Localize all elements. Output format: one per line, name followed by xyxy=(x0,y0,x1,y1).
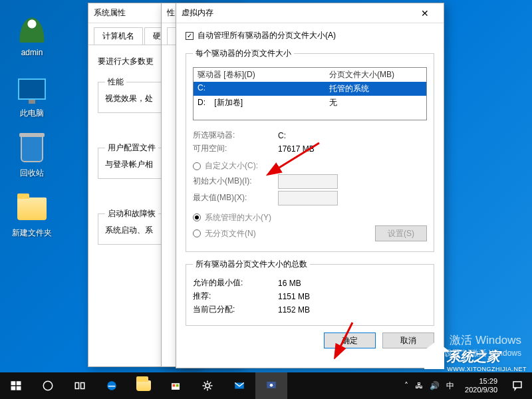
desktop-icon-admin[interactable]: admin xyxy=(7,13,57,57)
notification-icon xyxy=(511,380,523,392)
radio-label: 自定义大小(C): xyxy=(205,160,258,172)
max-size-input[interactable] xyxy=(278,191,338,205)
svg-point-13 xyxy=(205,384,209,388)
free-space-label: 可用空间: xyxy=(193,143,273,154)
radio-dot-icon xyxy=(193,213,201,221)
col-drive: 驱动器 [卷标](D) xyxy=(198,69,329,80)
close-button[interactable]: ✕ xyxy=(412,8,438,19)
task-view-button[interactable] xyxy=(64,372,96,399)
drive-row-c[interactable]: C: 托管的系统 xyxy=(194,82,426,96)
rec-value: 1151 MB xyxy=(278,292,310,301)
tray-ime-icon[interactable]: 中 xyxy=(446,380,454,392)
desktop-icon-this-pc[interactable]: 此电脑 xyxy=(7,73,57,119)
checkbox-label: 自动管理所有驱动器的分页文件大小(A) xyxy=(198,30,336,41)
group-legend: 所有驱动器分页文件大小的总数 xyxy=(193,259,310,270)
ok-button[interactable]: 确定 xyxy=(324,332,376,348)
titlebar[interactable]: 虚拟内存 ✕ xyxy=(176,3,444,23)
max-size-label: 最大值(MB)(X): xyxy=(193,192,273,203)
user-icon xyxy=(19,16,45,43)
group-legend: 每个驱动器的分页文件大小 xyxy=(193,48,294,59)
group-totals: 所有驱动器分页文件大小的总数 允许的最小值:16 MB 推荐:1151 MB 当… xyxy=(186,259,434,326)
radio-label: 无分页文件(N) xyxy=(205,228,256,239)
selected-drive-value: C: xyxy=(278,131,286,140)
check-icon: ✓ xyxy=(186,32,194,40)
svg-rect-5 xyxy=(17,386,21,390)
col-pagefile: 分页文件大小(MB) xyxy=(329,69,422,80)
house-icon xyxy=(424,352,444,369)
icon-label: admin xyxy=(21,48,43,57)
radio-dot-icon xyxy=(193,229,201,237)
drive-row-d[interactable]: D: [新加卷] 无 xyxy=(194,96,426,110)
mail-icon xyxy=(233,380,245,392)
radio-dot-icon xyxy=(193,162,201,170)
desktop-icon-recycle-bin[interactable]: 回收站 xyxy=(7,133,57,179)
pc-icon xyxy=(18,78,46,100)
svg-point-16 xyxy=(270,384,273,387)
initial-size-input[interactable] xyxy=(278,174,338,189)
windows-icon xyxy=(10,380,22,392)
selected-drive-label: 所选驱动器: xyxy=(193,130,273,141)
tab-computer-name[interactable]: 计算机名 xyxy=(94,27,143,45)
set-button[interactable]: 设置(S) xyxy=(375,225,427,241)
taskbar-settings[interactable] xyxy=(192,372,223,399)
svg-rect-2 xyxy=(11,381,16,385)
tray-volume-icon[interactable]: 🔊 xyxy=(430,381,440,390)
initial-size-label: 初始大小(MB)(I): xyxy=(193,176,273,187)
taskbar-store[interactable] xyxy=(160,372,192,399)
rec-label: 推荐: xyxy=(193,291,273,302)
group-legend: 用户配置文件 xyxy=(105,142,158,154)
gear-icon xyxy=(201,380,213,392)
icon-label: 此电脑 xyxy=(20,108,44,118)
cur-value: 1152 MB xyxy=(278,305,310,315)
circle-icon xyxy=(42,380,54,392)
group-legend: 启动和故障恢 xyxy=(105,208,158,219)
system-tray[interactable]: ˄ 🖧 🔊 中 xyxy=(399,380,460,392)
taskbar-mail[interactable] xyxy=(223,372,255,399)
taskbar-explorer[interactable] xyxy=(128,372,160,399)
edge-icon xyxy=(106,380,118,392)
bin-icon xyxy=(21,136,43,162)
taskbar[interactable]: ˄ 🖧 🔊 中 15:29 2020/9/30 xyxy=(0,372,532,399)
radio-no-paging[interactable]: 无分页文件(N) xyxy=(193,228,256,239)
icon-label: 新建文件夹 xyxy=(12,228,52,237)
taskview-icon xyxy=(74,380,86,392)
store-icon xyxy=(170,380,182,392)
window-title: 虚拟内存 xyxy=(182,7,412,19)
checkbox-auto-manage[interactable]: ✓ 自动管理所有驱动器的分页文件大小(A) xyxy=(186,30,336,41)
taskbar-clock[interactable]: 15:29 2020/9/30 xyxy=(460,377,503,394)
clock-time: 15:29 xyxy=(465,377,497,386)
action-center-button[interactable] xyxy=(503,372,532,399)
cur-label: 当前已分配: xyxy=(193,304,273,315)
radio-label: 系统管理的大小(Y) xyxy=(205,212,271,223)
taskbar-active-app[interactable] xyxy=(255,372,287,399)
desktop-icon-new-folder[interactable]: 新建文件夹 xyxy=(7,193,57,239)
svg-rect-8 xyxy=(81,383,84,389)
tray-network-icon[interactable]: 🖧 xyxy=(415,381,423,390)
clock-date: 2020/9/30 xyxy=(465,386,497,394)
group-legend: 性能 xyxy=(105,76,126,88)
brand-watermark: 系统之家 WWW.XITONGZHIJIA.NET xyxy=(424,348,527,372)
brand-url: WWW.XITONGZHIJIA.NET xyxy=(447,366,527,372)
icon-label: 回收站 xyxy=(20,168,44,178)
svg-point-6 xyxy=(43,381,53,390)
drive-list[interactable]: 驱动器 [卷标](D) 分页文件大小(MB) C: 托管的系统 D: [新加卷]… xyxy=(193,67,427,120)
start-button[interactable] xyxy=(0,372,32,399)
svg-rect-17 xyxy=(513,382,521,388)
radio-custom-size[interactable]: 自定义大小(C): xyxy=(193,160,258,172)
svg-rect-7 xyxy=(75,383,78,389)
free-space-value: 17617 MB xyxy=(278,144,315,154)
folder-icon xyxy=(17,198,47,220)
svg-rect-11 xyxy=(173,384,176,387)
window-virtual-memory[interactable]: 虚拟内存 ✕ ✓ 自动管理所有驱动器的分页文件大小(A) 每个驱动器的分页文件大… xyxy=(176,3,444,368)
svg-rect-4 xyxy=(11,386,16,390)
taskbar-edge[interactable] xyxy=(96,372,128,399)
svg-rect-12 xyxy=(176,384,179,387)
min-label: 允许的最小值: xyxy=(193,277,273,289)
monitor-icon xyxy=(265,380,277,392)
brand-text: 系统之家 xyxy=(447,348,527,366)
radio-system-managed[interactable]: 系统管理的大小(Y) xyxy=(193,212,271,223)
svg-rect-3 xyxy=(17,381,21,385)
cortana-button[interactable] xyxy=(32,372,64,399)
tray-chevron-up-icon[interactable]: ˄ xyxy=(404,381,408,390)
min-value: 16 MB xyxy=(278,279,301,288)
